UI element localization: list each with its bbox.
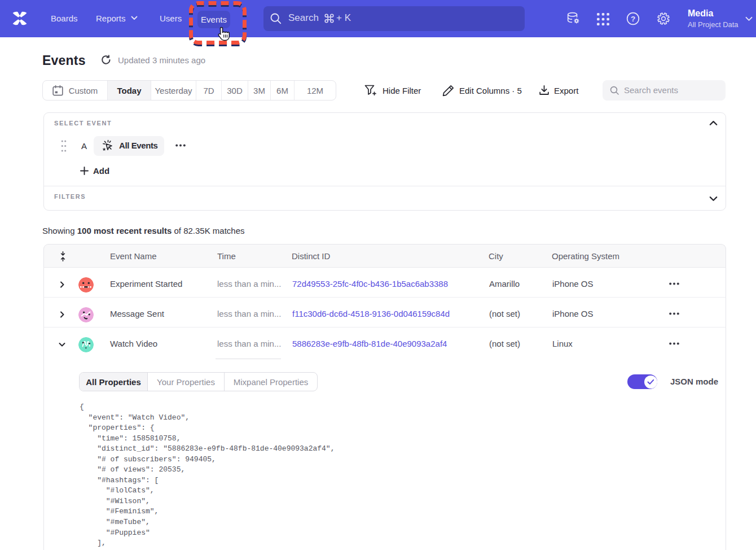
svg-text:?: ? bbox=[631, 15, 635, 23]
